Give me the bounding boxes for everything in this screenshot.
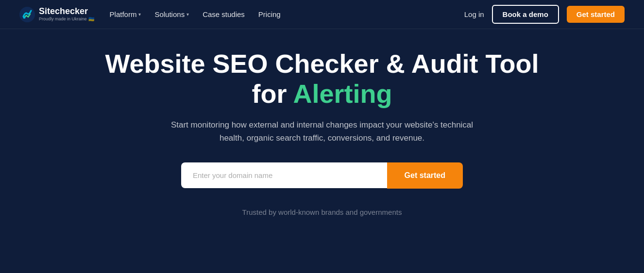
navbar-right: Log in Book a demo Get started <box>464 5 625 24</box>
domain-input[interactable] <box>181 162 387 188</box>
ukraine-flag-icon: 🇺🇦 <box>88 16 94 22</box>
search-form: Get started <box>181 162 463 189</box>
logo-text: Sitechecker Proudly made in Ukraine 🇺🇦 <box>39 7 94 22</box>
svg-point-1 <box>23 16 26 18</box>
navbar-left: Sitechecker Proudly made in Ukraine 🇺🇦 P… <box>19 7 281 22</box>
logo-tagline: Proudly made in Ukraine 🇺🇦 <box>39 16 94 22</box>
nav-solutions[interactable]: Solutions ▾ <box>154 10 189 18</box>
logo-name: Sitechecker <box>39 7 94 16</box>
nav-links: Platform ▾ Solutions ▾ Case studies Pric… <box>110 10 281 18</box>
hero-title: Website SEO Checker & Audit Tool for Ale… <box>105 48 539 109</box>
logo-icon <box>19 7 35 22</box>
login-link[interactable]: Log in <box>464 10 484 18</box>
get-started-button[interactable]: Get started <box>387 162 463 189</box>
trusted-text: Trusted by world-known brands and govern… <box>242 208 402 216</box>
navbar: Sitechecker Proudly made in Ukraine 🇺🇦 P… <box>0 0 644 29</box>
hero-title-highlight: Alerting <box>293 79 392 108</box>
chevron-down-icon: ▾ <box>186 12 189 17</box>
nav-platform[interactable]: Platform ▾ <box>110 10 141 18</box>
chevron-down-icon: ▾ <box>138 12 141 17</box>
hero-section: Website SEO Checker & Audit Tool for Ale… <box>0 29 644 231</box>
book-demo-button[interactable]: Book a demo <box>492 5 559 24</box>
nav-case-studies[interactable]: Case studies <box>203 10 245 18</box>
svg-point-0 <box>19 7 35 22</box>
get-started-nav-button[interactable]: Get started <box>567 6 625 23</box>
nav-pricing[interactable]: Pricing <box>258 10 281 18</box>
logo[interactable]: Sitechecker Proudly made in Ukraine 🇺🇦 <box>19 7 94 22</box>
hero-subtitle: Start monitoring how external and intern… <box>167 118 477 145</box>
